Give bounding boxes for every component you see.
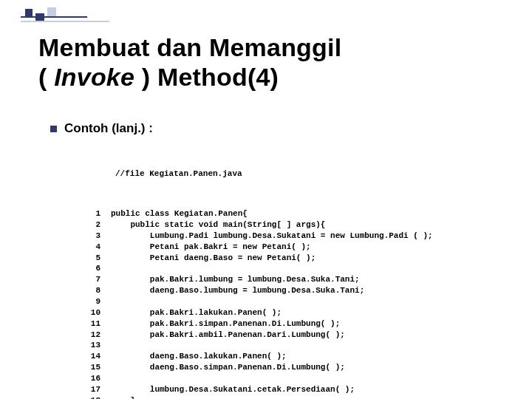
title-line2-close: ) Method(4)	[134, 63, 279, 91]
code-comment: //file Kegiatan.Panen.java	[115, 168, 433, 180]
code-line: daeng.Baso.lumbung = lumbung.Desa.Suka.T…	[111, 285, 433, 296]
deco-square-icon	[25, 9, 33, 16]
code-line	[111, 340, 433, 351]
code-line: public static void main(String[ ] args){	[111, 219, 433, 231]
deco-rule-icon	[21, 16, 87, 18]
title-line2-open: (	[38, 63, 54, 91]
line-number: 18	[89, 395, 100, 399]
line-number: 2	[89, 219, 100, 231]
code-lines: public class Kegiatan.Panen{ public stat…	[111, 208, 433, 399]
title-line1: Membuat dan Memanggil	[38, 33, 341, 61]
bullet-icon	[50, 126, 57, 132]
line-number: 6	[89, 263, 100, 274]
line-number: 15	[89, 362, 100, 373]
code-line: pak.Bakri.lakukan.Panen( );	[111, 307, 433, 318]
code-line: daeng.Baso.lakukan.Panen( );	[111, 351, 433, 362]
slide-title: Membuat dan Memanggil ( Invoke ) Method(…	[38, 33, 502, 92]
code-line: Petani pak.Bakri = new Petani( );	[111, 242, 433, 253]
line-number: 4	[89, 242, 100, 253]
code-line: public class Kegiatan.Panen{	[111, 208, 433, 219]
line-number: 17	[89, 384, 100, 395]
subtitle-text: Contoh (lanj.) :	[64, 121, 153, 136]
code-line: }	[111, 395, 433, 399]
code-line: daeng.Baso.simpan.Panenan.Di.Lumbung( );	[111, 362, 433, 373]
line-number: 1	[89, 208, 100, 219]
line-number: 16	[89, 373, 100, 384]
line-number: 9	[89, 296, 100, 307]
line-number: 3	[89, 231, 100, 242]
subtitle-row: Contoh (lanj.) :	[50, 121, 153, 136]
corner-decoration	[21, 6, 87, 30]
line-number: 12	[89, 330, 100, 341]
code-line	[111, 296, 433, 307]
deco-rule-icon	[21, 21, 109, 22]
code-line: pak.Bakri.simpan.Panenan.Di.Lumbung( );	[111, 318, 433, 330]
deco-square-icon	[47, 7, 56, 16]
line-number: 13	[89, 340, 100, 351]
slide: Membuat dan Memanggil ( Invoke ) Method(…	[0, 0, 532, 399]
code-gutter: 12345678910111213141516171819	[89, 208, 100, 399]
code-body: 12345678910111213141516171819 public cla…	[89, 208, 433, 399]
line-number: 11	[89, 318, 100, 330]
line-number: 5	[89, 253, 100, 264]
code-line: lumbung.Desa.Sukatani.cetak.Persediaan( …	[111, 384, 433, 395]
code-line: pak.Bakri.lumbung = lumbung.Desa.Suka.Ta…	[111, 274, 433, 285]
code-line: Petani daeng.Baso = new Petani( );	[111, 253, 433, 264]
line-number: 7	[89, 274, 100, 285]
code-block: //file Kegiatan.Panen.java 1234567891011…	[89, 146, 433, 399]
title-line2-italic: Invoke	[54, 63, 134, 91]
code-line: pak.Bakri.ambil.Panenan.Dari.Lumbung( );	[111, 330, 433, 341]
code-line	[111, 263, 433, 274]
line-number: 14	[89, 351, 100, 362]
line-number: 8	[89, 285, 100, 296]
line-number: 10	[89, 307, 100, 318]
code-line: Lumbung.Padi lumbung.Desa.Sukatani = new…	[111, 231, 433, 242]
code-line	[111, 373, 433, 384]
